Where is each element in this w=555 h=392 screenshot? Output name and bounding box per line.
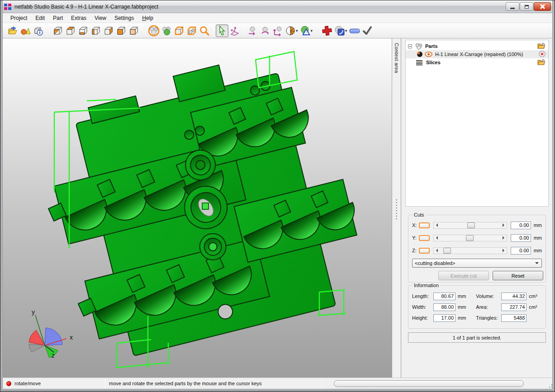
tree-node-slices[interactable]: Slices: [406, 58, 548, 66]
cut-slider-y[interactable]: [433, 235, 507, 241]
restore-button[interactable]: [520, 2, 533, 11]
cut-value-z[interactable]: [511, 247, 531, 255]
info-row-1: Length: 80.67 mm Volume: 44.32 cm³: [412, 292, 544, 301]
slider-right-arrow-icon[interactable]: [501, 222, 507, 228]
slider-left-arrow-icon[interactable]: [434, 235, 440, 241]
slider-left-arrow-icon[interactable]: [434, 248, 440, 254]
open-project-icon[interactable]: [6, 24, 19, 37]
load-part-folder-icon[interactable]: [537, 43, 546, 49]
title-bar[interactable]: netfabb Studio Basic 4.9 - H-1 Linear X-…: [0, 0, 555, 13]
view-right-icon[interactable]: [102, 24, 115, 37]
window-frame-left: [0, 0, 3, 392]
zoom-to-model-icon[interactable]: [173, 24, 185, 37]
model-canvas[interactable]: y x z: [3, 38, 392, 378]
select-tool-icon[interactable]: [216, 24, 228, 37]
menu-edit[interactable]: Edit: [31, 14, 49, 23]
execute-cut-button[interactable]: Execute cut: [438, 271, 489, 280]
slices-label: Slices: [426, 60, 441, 65]
splitter-grip[interactable]: [396, 199, 397, 220]
cut-slider-z[interactable]: [433, 247, 507, 254]
status-divider: [322, 378, 322, 389]
close-icon: [540, 4, 545, 9]
length-label: Length:: [412, 293, 433, 299]
cut-slider-x[interactable]: [433, 222, 507, 229]
part-status-icon: [417, 51, 423, 57]
load-slice-folder-icon[interactable]: [537, 59, 546, 66]
confirm-tool-icon[interactable]: [361, 24, 374, 37]
zoom-tool-icon[interactable]: [198, 24, 211, 37]
menu-part[interactable]: Part: [49, 14, 67, 23]
cuts-group: Cuts X: mm Y:: [408, 215, 546, 283]
slider-right-arrow-icon[interactable]: [501, 248, 507, 254]
area-value: 227.74: [501, 303, 527, 311]
cutting-mode-select[interactable]: <cutting disabled>: [412, 259, 542, 268]
length-unit: mm: [458, 293, 466, 299]
triangles-value: 5488: [501, 314, 527, 322]
show-selected-parts-icon[interactable]: [160, 24, 173, 37]
tree-node-parts[interactable]: Parts: [406, 42, 548, 50]
remove-part-icon[interactable]: [539, 51, 546, 57]
tree-item-part[interactable]: H-1 Linear X-Carrage (repaired) (100%): [406, 50, 548, 58]
part-information-icon[interactable]: [32, 24, 44, 37]
cut-toggle-y[interactable]: [419, 235, 430, 241]
cut-value-y[interactable]: [511, 234, 531, 242]
show-all-parts-icon[interactable]: [147, 24, 160, 37]
view-front-icon[interactable]: [64, 24, 77, 37]
measure-tool-icon[interactable]: [348, 24, 361, 37]
slice-menu-caret-icon[interactable]: ▾: [345, 28, 347, 33]
view-left-icon[interactable]: [90, 24, 102, 37]
context-area-label: Context area: [394, 43, 399, 73]
slider-left-arrow-icon[interactable]: [434, 222, 440, 228]
menu-settings[interactable]: Settings: [110, 14, 138, 23]
view-bottom-icon[interactable]: [128, 24, 140, 37]
slider-thumb-z[interactable]: [443, 248, 451, 254]
rotate-part-tool-icon[interactable]: [259, 24, 271, 37]
slider-right-arrow-icon[interactable]: [501, 235, 507, 241]
viewport-3d[interactable]: y x z: [3, 38, 392, 378]
cut-toggle-x[interactable]: [419, 222, 430, 228]
selection-pivot[interactable]: [202, 203, 209, 209]
cutting-mode-value: <cutting disabled>: [415, 260, 455, 266]
axis-triad: y x z: [29, 308, 73, 359]
cut-menu-icon[interactable]: [284, 24, 297, 37]
selection-status-banner: 1 of 1 part is selected.: [408, 332, 546, 343]
move-part-tool-icon[interactable]: [246, 24, 259, 37]
collapse-expander-icon[interactable]: [408, 44, 412, 48]
status-hint: move and rotate the selected parts by th…: [105, 381, 322, 386]
analysis-menu-caret-icon[interactable]: ▾: [311, 28, 313, 33]
menu-help[interactable]: Help: [138, 14, 157, 23]
status-mode: rotate/move: [14, 381, 105, 386]
model-part[interactable]: [24, 41, 379, 367]
rotate-view-tool-icon[interactable]: [228, 24, 241, 37]
cut-toggle-z[interactable]: [419, 248, 430, 254]
cut-unit-y: mm: [534, 235, 542, 241]
slice-menu-icon[interactable]: [333, 24, 346, 37]
add-part-icon[interactable]: [19, 24, 32, 37]
reset-button[interactable]: Reset: [493, 271, 543, 280]
minimize-button[interactable]: [506, 2, 519, 11]
visibility-eye-icon[interactable]: [425, 52, 432, 57]
view-isometric-icon[interactable]: [52, 24, 64, 37]
slider-thumb-x[interactable]: [467, 222, 475, 228]
width-value: 88.00: [433, 303, 455, 311]
cut-menu-caret-icon[interactable]: ▾: [296, 28, 298, 33]
cut-row-x: X: mm: [412, 221, 542, 230]
view-top-icon[interactable]: [115, 24, 128, 37]
context-area-tab[interactable]: Context area: [392, 38, 401, 378]
view-back-icon[interactable]: [77, 24, 90, 37]
width-unit: mm: [458, 304, 466, 310]
menu-extras[interactable]: Extras: [67, 14, 90, 23]
repair-part-icon[interactable]: [321, 24, 333, 37]
window-frame-right: [552, 0, 555, 392]
close-button[interactable]: [534, 2, 551, 11]
analysis-menu-icon[interactable]: [299, 24, 312, 37]
cut-value-x[interactable]: [511, 222, 531, 229]
height-value: 17.00: [433, 314, 455, 322]
parts-group-icon: [415, 43, 423, 50]
menu-project[interactable]: Project: [6, 14, 31, 23]
scale-part-tool-icon[interactable]: [271, 24, 284, 37]
slider-thumb-y[interactable]: [466, 235, 474, 241]
zoom-to-selection-icon[interactable]: [185, 24, 198, 37]
chevron-down-icon: [535, 262, 539, 266]
menu-view[interactable]: View: [90, 14, 110, 23]
